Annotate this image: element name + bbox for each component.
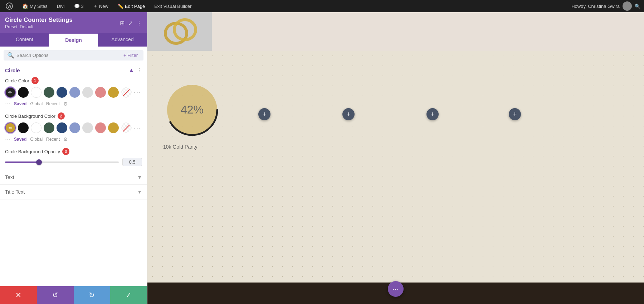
circle-color-setting: Circle Color 1 ✏ ··· xyxy=(5,77,142,107)
opacity-setting: Circle Background Opacity 3 0.5 xyxy=(5,148,142,166)
title-text-section[interactable]: Title Text ▼ xyxy=(0,185,147,199)
circle-counter-widget[interactable]: 42% 10k Gold Parity xyxy=(162,79,223,150)
floating-options-button[interactable]: ··· xyxy=(388,281,404,297)
swatch-green[interactable] xyxy=(44,87,54,98)
filter-button[interactable]: + Filter xyxy=(121,52,140,59)
settings-gear-icon[interactable]: ⚙ xyxy=(63,101,68,107)
layout-icon[interactable]: ⊞ xyxy=(120,20,125,26)
swatch-white[interactable] xyxy=(31,87,42,98)
bg-edit-icon: ✏ xyxy=(9,125,13,131)
circle-bg-color-swatches: ✏ ··· xyxy=(5,122,142,133)
bg-swatch-gold[interactable] xyxy=(108,122,119,133)
comments-item[interactable]: 💬 3 xyxy=(72,3,86,10)
bg-swatch-black[interactable] xyxy=(18,122,29,133)
new-item[interactable]: ＋ New xyxy=(91,2,111,10)
comment-icon: 💬 xyxy=(74,4,80,9)
admin-bar: W 🏠 My Sites Divi 💬 3 ＋ New ✏️ Edit Page… xyxy=(0,0,644,12)
add-column-4[interactable]: + xyxy=(509,108,521,120)
edit-page-item[interactable]: ✏️ Edit Page xyxy=(116,3,147,10)
howdy-label: Howdy, Christina Gwira xyxy=(571,4,620,9)
undo-button[interactable]: ↺ xyxy=(37,286,74,304)
circle-section-title: Circle xyxy=(5,67,20,73)
bg-swatch-green[interactable] xyxy=(44,122,54,133)
bg-global-label[interactable]: Global xyxy=(30,137,43,142)
search-input[interactable] xyxy=(16,53,119,58)
text-section-title: Text xyxy=(5,174,14,180)
more-swatches[interactable]: ··· xyxy=(134,89,141,96)
swatch-navy[interactable] xyxy=(57,87,67,98)
bg-swatch-blue[interactable] xyxy=(69,122,80,133)
opacity-slider-thumb[interactable] xyxy=(36,159,42,165)
bg-meta-dots[interactable]: ··· xyxy=(5,135,10,143)
bg-swatch-navy[interactable] xyxy=(57,122,67,133)
bg-swatch-pink[interactable] xyxy=(95,122,106,133)
search-icon[interactable]: 🔍 xyxy=(635,4,640,9)
circle-bg-color-label: Circle Background Color xyxy=(5,114,55,119)
search-bar: 🔍 + Filter xyxy=(4,50,143,61)
top-image xyxy=(147,12,212,51)
avatar xyxy=(623,1,632,11)
bg-recent-label[interactable]: Recent xyxy=(46,137,60,142)
bg-swatch-edit[interactable]: ✏ xyxy=(5,122,16,133)
swatch-black[interactable] xyxy=(18,87,29,98)
global-label[interactable]: Global xyxy=(30,101,43,106)
gold-rings-image xyxy=(158,14,201,49)
new-label: New xyxy=(99,4,108,9)
swatch-gold[interactable] xyxy=(108,87,119,98)
add-column-1[interactable]: + xyxy=(258,108,270,120)
edit-icon: ✏ xyxy=(8,90,13,95)
fullscreen-icon[interactable]: ⤢ xyxy=(128,20,133,26)
save-button[interactable]: ✓ xyxy=(110,286,147,304)
circle-color-label: Circle Color xyxy=(5,78,29,83)
bg-swatch-transparent[interactable] xyxy=(121,122,132,133)
add-column-3[interactable]: + xyxy=(426,108,439,120)
my-sites-item[interactable]: 🏠 My Sites xyxy=(20,3,50,10)
add-column-2[interactable]: + xyxy=(342,108,355,120)
section-more-icon[interactable]: ⋮ xyxy=(137,67,142,73)
wp-logo-item[interactable]: W xyxy=(4,2,15,10)
tab-design[interactable]: Design xyxy=(49,33,98,47)
preset-selector[interactable]: Preset: Default xyxy=(5,24,73,29)
redo-button[interactable]: ↻ xyxy=(74,286,111,304)
svg-text:W: W xyxy=(8,4,11,9)
canvas-top xyxy=(147,12,644,51)
circle-color-badge: 1 xyxy=(31,77,39,84)
bg-settings-gear-icon[interactable]: ⚙ xyxy=(63,136,68,142)
settings-tabs: Content Design Advanced xyxy=(0,33,147,47)
panel-title: Circle Counter Settings xyxy=(5,16,73,24)
tab-content[interactable]: Content xyxy=(0,33,49,47)
undo-icon: ↺ xyxy=(52,291,58,299)
save-icon: ✓ xyxy=(126,291,132,299)
text-section-chevron: ▼ xyxy=(137,174,142,180)
recent-label[interactable]: Recent xyxy=(46,101,60,106)
swatch-blue[interactable] xyxy=(69,87,80,98)
text-section[interactable]: Text ▼ xyxy=(0,170,147,185)
divi-item[interactable]: Divi xyxy=(55,3,67,10)
swatch-edit[interactable]: ✏ xyxy=(5,87,16,98)
bg-swatch-white[interactable] xyxy=(31,122,42,133)
tab-advanced[interactable]: Advanced xyxy=(98,33,147,47)
opacity-label: Circle Background Opacity xyxy=(5,149,60,154)
meta-dots[interactable]: ··· xyxy=(5,100,10,107)
saved-label[interactable]: Saved xyxy=(14,101,26,106)
circle-bg-color-badge: 2 xyxy=(58,112,65,120)
more-options-icon[interactable]: ⋮ xyxy=(136,20,142,26)
cancel-button[interactable]: ✕ xyxy=(0,286,37,304)
bg-swatch-light[interactable] xyxy=(82,122,93,133)
swatch-light[interactable] xyxy=(82,87,93,98)
bottom-action-bar: ✕ ↺ ↻ ✓ xyxy=(0,286,147,304)
swatch-pink[interactable] xyxy=(95,87,106,98)
canvas-area: 42% 10k Gold Parity + + + + ··· xyxy=(147,12,644,304)
exit-vb-item[interactable]: Exit Visual Builder xyxy=(152,3,194,10)
title-text-section-chevron: ▼ xyxy=(137,189,142,195)
redo-icon: ↻ xyxy=(89,291,95,299)
bg-saved-label[interactable]: Saved xyxy=(14,137,26,142)
circle-counter-label: 10k Gold Parity xyxy=(162,144,223,150)
canvas-main: 42% 10k Gold Parity + + + + xyxy=(147,51,644,283)
collapse-icon[interactable]: ▲ xyxy=(128,67,134,73)
opacity-slider-track[interactable] xyxy=(5,161,119,163)
opacity-value[interactable]: 0.5 xyxy=(122,158,142,166)
swatch-transparent[interactable] xyxy=(121,87,132,98)
cancel-icon: ✕ xyxy=(15,291,21,299)
bg-more-swatches[interactable]: ··· xyxy=(134,124,141,132)
